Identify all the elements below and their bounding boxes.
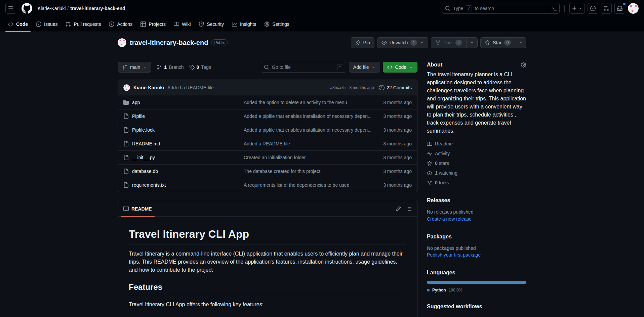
readme-features-heading: Features — [129, 282, 406, 295]
branches-link[interactable]: 1 Branch — [157, 64, 184, 70]
readme-link[interactable]: Readme — [427, 140, 526, 147]
shield-icon — [199, 21, 204, 27]
go-to-file-input[interactable] — [272, 64, 334, 70]
tab-projects[interactable]: Projects — [138, 17, 168, 32]
github-logo[interactable] — [22, 3, 32, 14]
commits-count: 22 Commits — [387, 85, 412, 90]
forks-link[interactable]: 0 forks — [427, 179, 526, 186]
book-icon — [427, 141, 432, 147]
unwatch-button[interactable]: Unwatch 1 — [377, 37, 428, 48]
file-table: Kiarie-Kariuki Added a README file a35ca… — [118, 80, 417, 192]
file-commit-message[interactable]: Created an initialization folder — [244, 155, 371, 160]
file-link[interactable]: README.md — [123, 141, 244, 146]
inbox-icon — [617, 6, 622, 11]
hamburger-menu-button[interactable] — [5, 3, 16, 14]
tab-settings[interactable]: Settings — [261, 17, 292, 32]
tab-wiki[interactable]: Wiki — [171, 17, 193, 32]
breadcrumb-owner[interactable]: Kiarie-Kariuki — [38, 6, 66, 11]
star-icon — [485, 40, 490, 45]
file-commit-time: 3 months ago — [371, 182, 412, 188]
language-bar[interactable] — [427, 281, 526, 284]
author-identicon — [123, 84, 130, 91]
fork-button[interactable]: Fork 0 — [431, 37, 466, 48]
stars-link[interactable]: 0 stars — [427, 160, 526, 167]
file-link[interactable]: app — [123, 100, 244, 105]
readme-tab[interactable]: README — [118, 201, 157, 216]
history-icon — [379, 85, 385, 90]
file-commit-message[interactable]: Added a pipfile that enables installatio… — [244, 127, 371, 133]
tab-pull-requests[interactable]: Pull requests — [63, 17, 104, 32]
slash-kbd: / — [466, 5, 472, 11]
commit-sha[interactable]: a35ca75 — [330, 85, 346, 90]
branch-selector-button[interactable]: main — [118, 62, 151, 73]
table-row: app Added the option to delete an activi… — [118, 95, 417, 109]
code-label: Code — [395, 64, 406, 70]
watching-link[interactable]: 1 watching — [427, 170, 526, 177]
readme-features-intro: Travel Itinerary CLI App offers the foll… — [129, 301, 406, 309]
tags-label: Tags — [201, 64, 211, 70]
watch-count: 1 — [410, 40, 417, 46]
commit-message[interactable]: Added a README file — [167, 85, 214, 90]
code-icon — [8, 21, 13, 27]
file-commit-message[interactable]: Added a README file — [244, 141, 371, 146]
notifications-inbox-button[interactable] — [614, 3, 625, 14]
search-icon — [445, 6, 450, 11]
file-commit-message[interactable]: A requirements list of the dependencies … — [244, 182, 371, 188]
file-link[interactable]: requirements.txt — [123, 182, 244, 188]
file-link[interactable]: Pipfile — [123, 114, 244, 119]
tags-link[interactable]: 0 Tags — [189, 64, 211, 70]
commit-author[interactable]: Kiarie-Kariuki — [133, 85, 164, 90]
table-row: Pipfile Added a pipfile that enables ins… — [118, 109, 417, 123]
create-new-button[interactable] — [569, 3, 585, 14]
pencil-icon[interactable] — [396, 206, 401, 212]
tab-code[interactable]: Code — [5, 17, 31, 32]
pin-icon — [355, 40, 361, 45]
outline-list-icon[interactable] — [406, 206, 412, 212]
publish-package-link[interactable]: Publish your first package — [427, 252, 481, 259]
activity-link[interactable]: Activity — [427, 150, 526, 157]
repo-header: travel-itinerary-back-end Public Pin Unw… — [118, 32, 526, 53]
issues-dashboard-button[interactable] — [588, 3, 598, 14]
about-description: The travel itenarary planner is a CLI ap… — [427, 71, 526, 135]
eye-icon — [427, 171, 432, 176]
repo-owner-avatar[interactable] — [118, 38, 126, 47]
file-link[interactable]: Pipfile.lock — [123, 127, 244, 133]
command-palette-button[interactable]: >_ — [549, 5, 557, 12]
star-dropdown-button[interactable] — [515, 37, 526, 48]
language-legend-item[interactable]: Python 100.0% — [427, 288, 526, 292]
table-row: Pipfile.lock Added a pipfile that enable… — [118, 123, 417, 137]
graph-icon — [232, 21, 237, 27]
tab-insights[interactable]: Insights — [229, 17, 259, 32]
tab-actions[interactable]: Actions — [106, 17, 135, 32]
user-avatar[interactable] — [628, 3, 639, 14]
meta-label: Activity — [435, 150, 450, 157]
add-file-button[interactable]: Add file — [349, 62, 380, 73]
tab-issues[interactable]: Issues — [33, 17, 60, 32]
fork-dropdown-button[interactable] — [466, 37, 478, 48]
create-release-link[interactable]: Create a new release — [427, 216, 472, 223]
file-link[interactable]: database.db — [123, 169, 244, 174]
file-commit-message[interactable]: The database created for this project — [244, 169, 371, 174]
commit-history-link[interactable]: 22 Commits — [379, 85, 412, 90]
commit-author-avatar[interactable] — [123, 84, 130, 91]
file-link[interactable]: __init__.py — [123, 155, 244, 160]
global-search-input[interactable]: Type / to search >_ — [442, 3, 560, 14]
about-section: About The travel itenarary planner is a … — [427, 62, 526, 192]
pin-button[interactable]: Pin — [351, 37, 374, 48]
table-row: requirements.txt A requirements list of … — [118, 178, 417, 192]
pull-requests-dashboard-button[interactable] — [601, 3, 612, 14]
file-commit-message[interactable]: Added a pipfile that enables installatio… — [244, 114, 371, 119]
tab-security[interactable]: Security — [196, 17, 227, 32]
star-button[interactable]: Star 0 — [480, 37, 515, 48]
about-settings-gear[interactable] — [521, 62, 526, 67]
breadcrumb-repo[interactable]: travel-itinerary-back-end — [70, 6, 125, 11]
breadcrumb-separator: / — [66, 6, 70, 11]
readme-content: Travel Itinerary CLI App Travel Itinerar… — [118, 217, 417, 317]
commit-meta: a35ca75 · 3 months ago 22 Commits — [330, 85, 412, 90]
file-name: app — [132, 100, 140, 105]
repo-title[interactable]: travel-itinerary-back-end — [130, 39, 208, 47]
file-commit-time: 3 months ago — [371, 100, 412, 105]
code-button[interactable]: Code — [383, 62, 417, 73]
file-commit-message[interactable]: Added the option to delete an activity t… — [244, 100, 371, 105]
commit-sha-time: a35ca75 · 3 months ago — [330, 85, 374, 90]
